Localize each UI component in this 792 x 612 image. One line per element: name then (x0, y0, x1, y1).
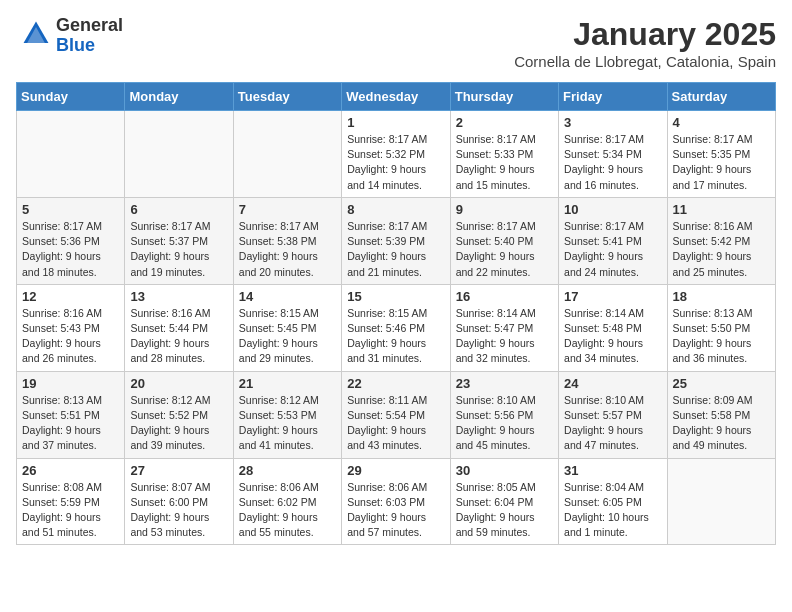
day-number: 1 (347, 115, 444, 130)
calendar-cell: 20Sunrise: 8:12 AMSunset: 5:52 PMDayligh… (125, 371, 233, 458)
day-number: 3 (564, 115, 661, 130)
calendar-cell: 25Sunrise: 8:09 AMSunset: 5:58 PMDayligh… (667, 371, 775, 458)
day-number: 2 (456, 115, 553, 130)
day-info: Sunrise: 8:14 AMSunset: 5:47 PMDaylight:… (456, 306, 553, 367)
calendar-cell: 7Sunrise: 8:17 AMSunset: 5:38 PMDaylight… (233, 197, 341, 284)
day-info: Sunrise: 8:17 AMSunset: 5:40 PMDaylight:… (456, 219, 553, 280)
day-info: Sunrise: 8:17 AMSunset: 5:32 PMDaylight:… (347, 132, 444, 193)
day-number: 13 (130, 289, 227, 304)
day-number: 20 (130, 376, 227, 391)
day-number: 23 (456, 376, 553, 391)
day-number: 6 (130, 202, 227, 217)
calendar-cell: 27Sunrise: 8:07 AMSunset: 6:00 PMDayligh… (125, 458, 233, 545)
day-number: 5 (22, 202, 119, 217)
calendar-cell: 6Sunrise: 8:17 AMSunset: 5:37 PMDaylight… (125, 197, 233, 284)
day-number: 4 (673, 115, 770, 130)
day-number: 11 (673, 202, 770, 217)
calendar-cell: 10Sunrise: 8:17 AMSunset: 5:41 PMDayligh… (559, 197, 667, 284)
month-title: January 2025 (514, 16, 776, 53)
calendar-cell: 5Sunrise: 8:17 AMSunset: 5:36 PMDaylight… (17, 197, 125, 284)
calendar-cell (125, 111, 233, 198)
calendar-cell: 19Sunrise: 8:13 AMSunset: 5:51 PMDayligh… (17, 371, 125, 458)
day-number: 17 (564, 289, 661, 304)
day-number: 26 (22, 463, 119, 478)
day-info: Sunrise: 8:17 AMSunset: 5:37 PMDaylight:… (130, 219, 227, 280)
weekday-header-monday: Monday (125, 83, 233, 111)
calendar-cell: 2Sunrise: 8:17 AMSunset: 5:33 PMDaylight… (450, 111, 558, 198)
day-number: 28 (239, 463, 336, 478)
day-info: Sunrise: 8:06 AMSunset: 6:03 PMDaylight:… (347, 480, 444, 541)
location-title: Cornella de Llobregat, Catalonia, Spain (514, 53, 776, 70)
weekday-header-friday: Friday (559, 83, 667, 111)
logo-blue-text: Blue (56, 35, 95, 55)
logo: General Blue (16, 16, 123, 56)
day-info: Sunrise: 8:14 AMSunset: 5:48 PMDaylight:… (564, 306, 661, 367)
day-info: Sunrise: 8:04 AMSunset: 6:05 PMDaylight:… (564, 480, 661, 541)
day-number: 31 (564, 463, 661, 478)
logo-general-text: General (56, 15, 123, 35)
calendar-cell: 1Sunrise: 8:17 AMSunset: 5:32 PMDaylight… (342, 111, 450, 198)
day-number: 7 (239, 202, 336, 217)
calendar-cell (233, 111, 341, 198)
calendar-cell: 12Sunrise: 8:16 AMSunset: 5:43 PMDayligh… (17, 284, 125, 371)
day-info: Sunrise: 8:13 AMSunset: 5:50 PMDaylight:… (673, 306, 770, 367)
calendar-cell: 14Sunrise: 8:15 AMSunset: 5:45 PMDayligh… (233, 284, 341, 371)
day-number: 12 (22, 289, 119, 304)
day-number: 14 (239, 289, 336, 304)
day-info: Sunrise: 8:17 AMSunset: 5:39 PMDaylight:… (347, 219, 444, 280)
day-info: Sunrise: 8:17 AMSunset: 5:33 PMDaylight:… (456, 132, 553, 193)
day-number: 18 (673, 289, 770, 304)
day-info: Sunrise: 8:10 AMSunset: 5:56 PMDaylight:… (456, 393, 553, 454)
day-info: Sunrise: 8:16 AMSunset: 5:44 PMDaylight:… (130, 306, 227, 367)
weekday-header-tuesday: Tuesday (233, 83, 341, 111)
calendar-cell: 23Sunrise: 8:10 AMSunset: 5:56 PMDayligh… (450, 371, 558, 458)
day-info: Sunrise: 8:10 AMSunset: 5:57 PMDaylight:… (564, 393, 661, 454)
calendar-cell: 16Sunrise: 8:14 AMSunset: 5:47 PMDayligh… (450, 284, 558, 371)
weekday-header-saturday: Saturday (667, 83, 775, 111)
calendar-header-row: SundayMondayTuesdayWednesdayThursdayFrid… (17, 83, 776, 111)
day-info: Sunrise: 8:17 AMSunset: 5:36 PMDaylight:… (22, 219, 119, 280)
day-info: Sunrise: 8:17 AMSunset: 5:35 PMDaylight:… (673, 132, 770, 193)
day-info: Sunrise: 8:17 AMSunset: 5:38 PMDaylight:… (239, 219, 336, 280)
calendar-cell: 11Sunrise: 8:16 AMSunset: 5:42 PMDayligh… (667, 197, 775, 284)
calendar-cell: 30Sunrise: 8:05 AMSunset: 6:04 PMDayligh… (450, 458, 558, 545)
weekday-header-sunday: Sunday (17, 83, 125, 111)
calendar-week-row: 5Sunrise: 8:17 AMSunset: 5:36 PMDaylight… (17, 197, 776, 284)
page-header: General Blue January 2025 Cornella de Ll… (16, 16, 776, 70)
day-info: Sunrise: 8:08 AMSunset: 5:59 PMDaylight:… (22, 480, 119, 541)
day-info: Sunrise: 8:17 AMSunset: 5:34 PMDaylight:… (564, 132, 661, 193)
calendar-cell (667, 458, 775, 545)
calendar-cell: 22Sunrise: 8:11 AMSunset: 5:54 PMDayligh… (342, 371, 450, 458)
calendar-cell: 4Sunrise: 8:17 AMSunset: 5:35 PMDaylight… (667, 111, 775, 198)
calendar-cell: 15Sunrise: 8:15 AMSunset: 5:46 PMDayligh… (342, 284, 450, 371)
calendar-cell: 9Sunrise: 8:17 AMSunset: 5:40 PMDaylight… (450, 197, 558, 284)
title-block: January 2025 Cornella de Llobregat, Cata… (514, 16, 776, 70)
day-info: Sunrise: 8:09 AMSunset: 5:58 PMDaylight:… (673, 393, 770, 454)
calendar-cell: 13Sunrise: 8:16 AMSunset: 5:44 PMDayligh… (125, 284, 233, 371)
day-number: 16 (456, 289, 553, 304)
day-info: Sunrise: 8:13 AMSunset: 5:51 PMDaylight:… (22, 393, 119, 454)
calendar-cell: 8Sunrise: 8:17 AMSunset: 5:39 PMDaylight… (342, 197, 450, 284)
calendar-week-row: 1Sunrise: 8:17 AMSunset: 5:32 PMDaylight… (17, 111, 776, 198)
calendar-cell: 24Sunrise: 8:10 AMSunset: 5:57 PMDayligh… (559, 371, 667, 458)
calendar-cell: 18Sunrise: 8:13 AMSunset: 5:50 PMDayligh… (667, 284, 775, 371)
day-info: Sunrise: 8:11 AMSunset: 5:54 PMDaylight:… (347, 393, 444, 454)
day-number: 25 (673, 376, 770, 391)
day-number: 10 (564, 202, 661, 217)
calendar-cell: 21Sunrise: 8:12 AMSunset: 5:53 PMDayligh… (233, 371, 341, 458)
weekday-header-thursday: Thursday (450, 83, 558, 111)
day-number: 30 (456, 463, 553, 478)
day-number: 19 (22, 376, 119, 391)
day-info: Sunrise: 8:07 AMSunset: 6:00 PMDaylight:… (130, 480, 227, 541)
day-number: 29 (347, 463, 444, 478)
calendar-cell: 3Sunrise: 8:17 AMSunset: 5:34 PMDaylight… (559, 111, 667, 198)
calendar-week-row: 12Sunrise: 8:16 AMSunset: 5:43 PMDayligh… (17, 284, 776, 371)
day-number: 15 (347, 289, 444, 304)
day-info: Sunrise: 8:12 AMSunset: 5:52 PMDaylight:… (130, 393, 227, 454)
calendar-cell: 29Sunrise: 8:06 AMSunset: 6:03 PMDayligh… (342, 458, 450, 545)
day-number: 27 (130, 463, 227, 478)
day-info: Sunrise: 8:17 AMSunset: 5:41 PMDaylight:… (564, 219, 661, 280)
day-number: 8 (347, 202, 444, 217)
day-info: Sunrise: 8:16 AMSunset: 5:43 PMDaylight:… (22, 306, 119, 367)
calendar-cell: 28Sunrise: 8:06 AMSunset: 6:02 PMDayligh… (233, 458, 341, 545)
